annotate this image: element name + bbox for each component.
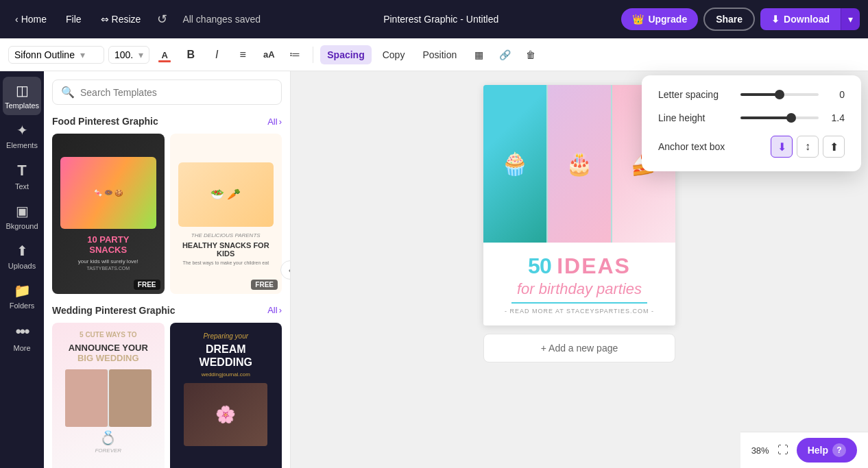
help-label: Help [808, 445, 828, 456]
upgrade-button[interactable]: 👑 Upgrade [621, 8, 698, 30]
anchor-mid-button[interactable]: ↕ [797, 136, 819, 158]
download-button[interactable]: ⬇ Download [760, 8, 841, 30]
list-icon: ≔ [289, 48, 300, 61]
color-a-icon: A [162, 50, 168, 60]
canvas-headline: 50 IDEAS [494, 254, 664, 279]
template-card-healthy[interactable]: 🥗 🥕 THE DELICIOUS PARENTS HEALTHY SNACKS… [170, 134, 282, 294]
delete-icon: 🗑 [526, 49, 535, 60]
sidebar-item-templates[interactable]: ◫ Templates [3, 77, 41, 115]
share-label: Share [716, 14, 743, 25]
bottom-bar: 38% ⛶ Help ? [740, 432, 868, 468]
fullscreen-button[interactable]: ⛶ [775, 441, 791, 459]
wedding-section-title: Wedding Pinterest Graphic [52, 305, 175, 316]
anchor-row: Anchor text box ⬇ ↕ ⬆ [658, 136, 845, 158]
sidebar-item-text[interactable]: T Text [3, 156, 41, 196]
copy-label: Copy [383, 49, 405, 60]
copy-button[interactable]: Copy [376, 45, 412, 64]
help-button[interactable]: Help ? [797, 438, 857, 463]
download-caret-button[interactable]: ▾ [841, 8, 860, 30]
document-title: Pinterest Graphic - Untitled [266, 14, 616, 25]
template-badge-snacks: FREE [134, 280, 160, 290]
canvas-text-section: 50 IDEAS for birthday parties - READ MOR… [483, 243, 675, 325]
sidebar-item-background[interactable]: ▣ Bkground [3, 197, 41, 236]
template-card-bigwed[interactable]: 5 CUTE WAYS TO ANNOUNCE YOURBIG WEDDING … [52, 323, 165, 468]
undo-button[interactable]: ↺ [153, 8, 171, 31]
list-button[interactable]: ≔ [284, 44, 306, 66]
fullscreen-icon: ⛶ [777, 444, 788, 456]
download-label: Download [784, 14, 830, 25]
resize-icon: ⇔ [101, 14, 109, 25]
canvas-img-1: 🧁 [483, 85, 546, 243]
crown-icon: 👑 [632, 14, 644, 25]
more-icon: ••• [15, 322, 28, 341]
spacing-button[interactable]: Spacing [320, 45, 371, 64]
food-template-grid: 🍬 🍩 🍪 10 PARTYSNACKS your kids will sure… [52, 134, 282, 294]
font-size-value: 100. [114, 49, 133, 60]
chevron-down-icon: ▾ [80, 49, 85, 60]
home-label: Home [21, 14, 47, 25]
search-input[interactable] [80, 87, 273, 98]
font-name: Sifonn Outline [14, 49, 75, 60]
template-card-dream[interactable]: Preparing your DREAMWEDDING weddingjourn… [170, 323, 282, 468]
download-group: ⬇ Download ▾ [760, 8, 860, 30]
sidebar-item-more[interactable]: ••• More [3, 317, 41, 358]
wedding-all-label: All [267, 305, 277, 315]
align-button[interactable]: ≡ [232, 44, 254, 66]
sidebar-item-uploads[interactable]: ⬆ Uploads [3, 237, 41, 275]
italic-button[interactable]: I [206, 44, 228, 66]
anchor-top-button[interactable]: ⬇ [771, 136, 793, 158]
chevron-down-icon: ▾ [138, 49, 143, 60]
font-color-button[interactable]: A [154, 44, 176, 66]
sidebar-label-templates: Templates [5, 101, 39, 110]
text-case-button[interactable]: aA [258, 44, 280, 66]
add-page-button[interactable]: + Add a new page [483, 334, 675, 362]
wedding-section-all[interactable]: All › [267, 305, 282, 315]
sidebar-label-folders: Folders [10, 301, 35, 310]
sidebar-item-folders[interactable]: 📁 Folders [3, 277, 41, 315]
line-height-row: Line height 1.4 [658, 112, 845, 123]
italic-label: I [215, 49, 218, 61]
link-button[interactable]: 🔗 [494, 44, 516, 66]
anchor-text-box-label: Anchor text box [658, 141, 771, 152]
template-card-snacks[interactable]: 🍬 🍩 🍪 10 PARTYSNACKS your kids will sure… [52, 134, 165, 294]
letter-spacing-slider[interactable] [740, 93, 819, 96]
spacing-label: Spacing [327, 49, 364, 60]
line-height-label: Line height [658, 112, 734, 123]
sidebar-label-background: Bkground [5, 222, 38, 230]
chevron-right-icon: › [279, 305, 282, 315]
food-section-header: Food Pinterest Graphic All › [52, 116, 282, 127]
wedding-section-header: Wedding Pinterest Graphic All › [52, 305, 282, 316]
position-button[interactable]: Position [415, 45, 463, 64]
text-icon: T [17, 162, 26, 180]
home-button[interactable]: ‹ Home [8, 10, 53, 29]
letter-spacing-value: 0 [825, 89, 845, 100]
share-button[interactable]: Share [703, 8, 755, 31]
background-icon: ▣ [16, 203, 29, 219]
elements-icon: ✦ [16, 122, 28, 138]
font-selector[interactable]: Sifonn Outline ▾ [8, 46, 104, 64]
food-section-all[interactable]: All › [267, 116, 282, 127]
line-height-slider[interactable] [740, 116, 819, 119]
resize-button[interactable]: ⇔ Resize [94, 10, 148, 29]
font-size-selector[interactable]: 100. ▾ [108, 46, 149, 64]
delete-button[interactable]: 🗑 [520, 44, 542, 66]
canvas-big-word: IDEAS [557, 254, 631, 278]
template-badge-healthy: FREE [251, 280, 278, 290]
sidebar-label-more: More [13, 344, 30, 352]
sidebar-item-elements[interactable]: ✦ Elements [3, 116, 41, 155]
file-label: File [66, 14, 82, 25]
position-label: Position [422, 49, 457, 60]
sidebar-label-text: Text [15, 182, 29, 190]
canvas-underline [511, 302, 647, 304]
search-box[interactable]: 🔍 [52, 79, 282, 105]
file-button[interactable]: File [59, 10, 88, 29]
food-all-label: All [267, 116, 277, 127]
toolbar-divider [313, 47, 313, 63]
resize-label: Resize [112, 14, 141, 25]
collapse-panel-button[interactable]: ‹ [280, 260, 291, 280]
chevron-right-icon: › [279, 116, 282, 127]
sidebar: ◫ Templates ✦ Elements T Text ▣ Bkground… [0, 71, 44, 468]
bold-button[interactable]: B [180, 44, 202, 66]
anchor-bot-button[interactable]: ⬆ [823, 136, 845, 158]
mosaic-button[interactable]: ▦ [468, 44, 490, 66]
